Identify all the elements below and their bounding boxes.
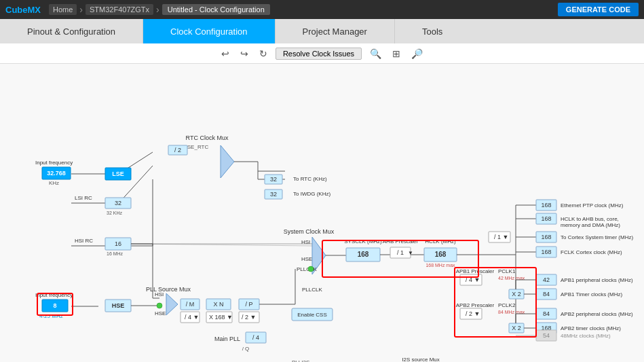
cortex-div1-label: / 1 ▼ xyxy=(494,234,508,240)
div4-q-label: / 4 xyxy=(252,334,259,341)
hclk-value: 168 xyxy=(435,251,447,258)
tab-tools[interactable]: Tools xyxy=(395,19,644,43)
div32-iwdg-label: 32 xyxy=(270,191,277,198)
pclk1-label: PCLK1 xyxy=(498,268,516,274)
apb1-timer-value: 84 xyxy=(543,291,550,297)
apb2-x2-label: X 2 xyxy=(512,325,521,331)
to-rtc-label: To RTC (KHz) xyxy=(293,176,327,182)
pclk2-label: PCLK2 xyxy=(498,302,516,308)
freq1-label: Input frequency xyxy=(35,160,73,166)
div2-rtc-label: / 2 xyxy=(174,147,181,153)
main-pll-label: Main PLL xyxy=(214,336,240,342)
48mhz-label: 48MHz clocks (MHz) xyxy=(561,333,611,339)
toolbar: ↩ ↪ ↻ Resolve Clock Issues 🔍 ⊞ 🔎 xyxy=(0,43,644,64)
div32-label: 32 xyxy=(270,176,277,183)
zoom-out-button[interactable]: 🔎 xyxy=(409,47,425,60)
hsi-rc-label: HSI RC xyxy=(75,238,93,244)
lsi-khz: 32 KHz xyxy=(107,211,122,215)
pllclk-sys-label: PLLCLK xyxy=(302,287,322,293)
freq2-range: 4-25 MHz xyxy=(39,313,63,319)
hclk-bus-value: 168 xyxy=(541,215,551,222)
lsi-value: 32 xyxy=(115,200,121,206)
redo-button[interactable]: ↪ xyxy=(238,47,251,60)
mul168-label: X 168 ▼ xyxy=(209,314,233,321)
apb1-periph-label: APB1 peripheral clocks (MHz) xyxy=(561,277,633,283)
apb2-div2-label: / 2 ▼ xyxy=(466,310,480,317)
eth-ptp-value: 168 xyxy=(541,202,551,209)
div-q-label: / Q xyxy=(242,346,250,352)
refresh-button[interactable]: ↻ xyxy=(257,47,270,60)
to-iwdg-label: To IWDG (KHz) xyxy=(293,191,330,197)
sysclk-value: 168 xyxy=(358,251,369,258)
div-p-label: / P xyxy=(245,301,252,308)
cortex-sys-value: 168 xyxy=(541,234,551,240)
undo-button[interactable]: ↩ xyxy=(219,47,232,60)
generate-code-button[interactable]: GENERATE CODE xyxy=(558,3,639,16)
apb1-timer-label: APB1 Timer clocks (MHz) xyxy=(561,291,622,297)
fclk-label: FCLK Cortex clock (MHz) xyxy=(561,249,622,255)
breadcrumb-current: Untitled - Clock Configuration xyxy=(162,4,270,15)
ahb-arrow: ▼ xyxy=(408,250,413,256)
div2-p-label: / 2 ▼ xyxy=(242,314,256,321)
hclk-bus-label: HCLK to AHB bus, core, xyxy=(561,216,619,222)
cortex-sys-label: To Cortex System timer (MHz) xyxy=(561,234,633,240)
hse-pll-label: HSE xyxy=(155,310,166,316)
apb1-periph-value: 42 xyxy=(543,276,550,283)
freq2-value: 8 xyxy=(53,302,56,309)
pllclk-indicator xyxy=(308,266,314,272)
fclk-value: 168 xyxy=(541,249,551,255)
i2s-src-mux-label: I2S source Mux xyxy=(402,357,440,362)
mul-n-label: X N xyxy=(213,301,223,308)
ahb-div1-label: / 1 xyxy=(397,249,404,256)
apb1-x2-label: X 2 xyxy=(512,291,521,297)
hclk-bus-label2: memory and DMA (MHz) xyxy=(561,222,620,228)
zoom-in-button[interactable]: 🔍 xyxy=(367,47,384,60)
apb2-prescaler-label: APB2 Prescaler xyxy=(456,302,495,308)
top-bar: CubeMX Home › STM32F407ZGTx › Untitled -… xyxy=(0,0,644,19)
freq1-value: 32.768 xyxy=(47,170,66,177)
nav-tabs: Pinout & Configuration Clock Configurati… xyxy=(0,19,644,43)
freq1-unit: KHz xyxy=(49,180,59,186)
hsi-pll-label: HSI xyxy=(155,291,164,297)
hse-sys-label: HSE xyxy=(301,256,312,262)
hsi-mhz: 16 MHz xyxy=(107,251,124,256)
lsi-rc-label: LSI RC xyxy=(75,195,92,201)
sysclk-mhz-label: SYSCLK (MHz) xyxy=(344,238,382,245)
grid-button[interactable]: ⊞ xyxy=(390,47,403,60)
pllclk-label: PLLCLK xyxy=(297,266,317,272)
enable-css-label: Enable CSS xyxy=(297,312,327,318)
hse-pll-indicator xyxy=(157,303,162,308)
div4-pll-label: / 4 ▼ xyxy=(185,314,199,321)
div-m-label: / M xyxy=(186,301,195,308)
apb2-timer-label: APB2 timer clocks (MHz) xyxy=(561,325,621,331)
hse-label: HSE xyxy=(112,302,125,309)
hsi-value: 16 xyxy=(115,240,121,247)
eth-ptp-label: Ethernet PTP clock (MHz) xyxy=(561,202,624,209)
breadcrumb-home[interactable]: Home xyxy=(49,4,77,15)
apb1-prescaler-label: APB1 Prescaler xyxy=(456,268,495,274)
lse-label: LSE xyxy=(112,170,124,177)
apb2-periph-value: 84 xyxy=(543,310,550,317)
tab-clock[interactable]: Clock Configuration xyxy=(143,19,275,43)
ahb-prescaler-label: AHB Prescaler xyxy=(383,238,419,245)
hclk-max-label: 168 MHz max xyxy=(425,263,455,268)
tab-pinout[interactable]: Pinout & Configuration xyxy=(0,19,143,43)
plli2s-label: PLLI2S xyxy=(292,359,309,362)
breadcrumb-device[interactable]: STM32F407ZGTx xyxy=(86,4,153,15)
48mhz-value: 54 xyxy=(543,332,550,339)
sys-clk-mux-label: System Clock Mux xyxy=(284,228,335,235)
apb2-periph-label: APB2 peripheral clocks (MHz) xyxy=(561,311,633,317)
rtc-mux-label: RTC Clock Mux xyxy=(186,134,229,141)
clock-diagram-canvas: RTC Clock Mux HSE_RTC / 2 32 To RTC (KHz… xyxy=(0,64,644,362)
hsi-sys-label: HSI xyxy=(301,239,310,245)
tab-project[interactable]: Project Manager xyxy=(276,19,395,43)
clock-diagram-svg: RTC Clock Mux HSE_RTC / 2 32 To RTC (KHz… xyxy=(0,64,644,362)
app-logo: CubeMX xyxy=(5,5,41,15)
resolve-clock-issues-button[interactable]: Resolve Clock Issues xyxy=(276,48,362,60)
hclk-mhz-label: HCLK (MHz) xyxy=(425,238,456,245)
